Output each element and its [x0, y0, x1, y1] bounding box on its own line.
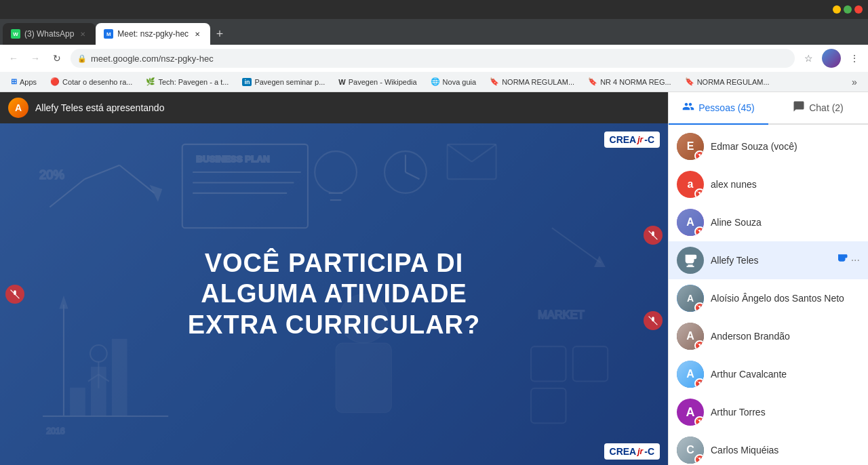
bookmark-tech-label: Tech: Pavegen - a t...	[158, 78, 229, 86]
participant-name-arthur-t: Arthur Torres	[711, 407, 860, 418]
bookmark-nr4[interactable]: 🔖 NR 4 NORMA REG...	[583, 76, 677, 87]
avatar-arthur-c: A	[677, 361, 704, 388]
tab-meet-label: Meet: nsz-pgky-hec	[117, 29, 189, 39]
bookmark-pavegen-ln-label: Pavegen seminar p...	[254, 78, 325, 86]
video-area: A Allefy Teles está apresentando 20%	[0, 92, 668, 465]
bookmark-norma1[interactable]: 🔖 NORMA REGULAM...	[484, 76, 580, 87]
mute-badge-arthur-t	[694, 416, 704, 426]
tab-people-label: Pessoas (45)	[698, 102, 754, 113]
participants-list: E Edmar Souza (você) a alex nunes	[669, 125, 868, 465]
sidebar-tabs: Pessoas (45) Chat (2)	[669, 92, 868, 125]
avatar-edmar: E	[677, 133, 704, 160]
slide-text-line1: VOCÊ PARTICIPA DI	[188, 248, 480, 279]
bookmark-wiki-label: Pavegen - Wikipedia	[349, 78, 417, 86]
address-text: meet.google.com/nsz-pgky-hec	[91, 54, 214, 64]
avatar-carlos: C	[677, 437, 704, 464]
menu-button[interactable]: ⋮	[846, 50, 863, 66]
side-mute-indicator-right2	[644, 311, 663, 330]
participant-carlos[interactable]: C Carlos Miquéias	[669, 431, 868, 465]
participant-name-edmar: Edmar Souza (você)	[711, 141, 860, 152]
side-mute-indicator-right1	[644, 226, 663, 245]
profile-button[interactable]	[822, 49, 841, 68]
video-container: 20% BUSINESS PLAN	[0, 123, 668, 465]
bookmark-tech[interactable]: 🌿 Tech: Pavegen - a t...	[140, 76, 234, 87]
video-slide: 20% BUSINESS PLAN	[0, 123, 668, 465]
bookmark-cotar-favicon: 🔴	[50, 77, 60, 86]
address-bar[interactable]: 🔒 meet.google.com/nsz-pgky-hec	[71, 49, 795, 68]
whatsapp-favicon: W	[11, 29, 20, 39]
avatar-anderson: A	[677, 323, 704, 350]
participant-aline[interactable]: A Aline Souza	[669, 203, 868, 241]
close-button[interactable]	[854, 5, 863, 14]
mute-badge-edmar	[694, 150, 704, 160]
tab-whatsapp-label: (3) WhatsApp	[24, 29, 74, 39]
bookmark-cotar-label: Cotar o desenho ra...	[62, 78, 132, 86]
tab-chat[interactable]: Chat (2)	[768, 92, 868, 125]
main-content: A Allefy Teles está apresentando 20%	[0, 92, 868, 465]
bookmarks-bar: ⊞ Apps 🔴 Cotar o desenho ra... 🌿 Tech: P…	[0, 72, 868, 92]
crea-logo-bottom: CREA jr -C	[604, 443, 660, 460]
avatar-alex: a	[677, 171, 704, 198]
presenter-name-label: Allefy Teles está apresentando	[35, 102, 164, 113]
title-bar	[0, 0, 868, 19]
avatar-aline: A	[677, 209, 704, 236]
mute-badge-carlos	[694, 454, 704, 464]
bookmark-pavegen-ln[interactable]: in Pavegen seminar p...	[237, 77, 330, 87]
participant-anderson[interactable]: A Anderson Brandão	[669, 317, 868, 355]
slide-text-line3: EXTRA CURRICULAR?	[188, 310, 480, 341]
bookmark-apps[interactable]: ⊞ Apps	[5, 76, 42, 87]
bookmark-nova-guia[interactable]: 🌐 Nova guia	[425, 76, 482, 87]
slide-text-content: VOCÊ PARTICIPA DI ALGUMA ATIVIDADE EXTRA…	[174, 235, 494, 355]
bookmark-norma2[interactable]: 🔖 NORMA REGULAM...	[679, 76, 775, 87]
svg-rect-44	[688, 264, 692, 266]
participant-allefy[interactable]: Allefy Teles ···	[669, 241, 868, 279]
mute-badge-alex	[694, 188, 704, 198]
bookmarks-more-button[interactable]: »	[846, 74, 863, 90]
tab-whatsapp-close[interactable]: ✕	[78, 29, 87, 39]
bookmark-linkedin-favicon: in	[242, 78, 252, 86]
maximize-button[interactable]	[844, 5, 852, 14]
participant-name-anderson: Anderson Brandão	[711, 331, 860, 342]
bookmark-button[interactable]: ☆	[800, 50, 816, 66]
participant-arthur-t[interactable]: A Arthur Torres	[669, 393, 868, 431]
bookmark-cotar[interactable]: 🔴 Cotar o desenho ra...	[45, 76, 138, 87]
tab-bar: W (3) WhatsApp ✕ M Meet: nsz-pgky-hec ✕ …	[0, 19, 868, 45]
bookmark-norma1-label: NORMA REGULAM...	[502, 78, 574, 86]
tab-meet[interactable]: M Meet: nsz-pgky-hec ✕	[96, 23, 210, 45]
participant-edmar[interactable]: E Edmar Souza (você)	[669, 127, 868, 165]
new-tab-button[interactable]: +	[210, 24, 229, 43]
presenting-icons: ···	[836, 253, 860, 268]
tab-people[interactable]: Pessoas (45)	[669, 92, 768, 125]
avatar-allefy	[677, 247, 704, 274]
browser-chrome: W (3) WhatsApp ✕ M Meet: nsz-pgky-hec ✕ …	[0, 0, 868, 92]
avatar-aloisio: A	[677, 285, 704, 312]
tab-chat-label: Chat (2)	[809, 102, 844, 113]
participant-alex[interactable]: a alex nunes	[669, 165, 868, 203]
crea-logo-top: CREA jr -C	[604, 132, 660, 148]
more-icon-allefy[interactable]: ···	[851, 254, 860, 266]
bookmark-wiki[interactable]: W Pavegen - Wikipedia	[333, 77, 422, 87]
tab-whatsapp[interactable]: W (3) WhatsApp ✕	[3, 23, 96, 45]
bookmark-wiki-favicon: W	[338, 78, 345, 86]
slide-text-line2: ALGUMA ATIVIDADE	[188, 279, 480, 310]
chat-icon	[793, 100, 805, 115]
back-button[interactable]: ←	[5, 50, 22, 66]
participant-aloisio[interactable]: A Aloísio Ângelo dos Santos Neto	[669, 279, 868, 317]
bookmark-nova-label: Nova guia	[443, 78, 477, 86]
svg-rect-45	[687, 266, 694, 267]
participant-arthur-c[interactable]: A Arthur Cavalcante	[669, 355, 868, 393]
mute-badge-aline	[694, 226, 704, 236]
participant-name-arthur-c: Arthur Cavalcante	[711, 369, 860, 380]
minimize-button[interactable]	[833, 5, 841, 14]
forward-button[interactable]: →	[27, 50, 43, 66]
tab-meet-close[interactable]: ✕	[193, 29, 202, 39]
participant-name-alex: alex nunes	[711, 179, 860, 190]
sidebar: Pessoas (45) Chat (2) E	[668, 92, 868, 465]
participant-name-aline: Aline Souza	[711, 217, 860, 228]
reload-button[interactable]: ↻	[49, 50, 65, 66]
participant-name-aloisio: Aloísio Ângelo dos Santos Neto	[711, 293, 860, 304]
presenter-avatar: A	[8, 98, 28, 118]
bookmark-norma2-label: NORMA REGULAM...	[697, 78, 770, 86]
bookmark-tech-favicon: 🌿	[146, 77, 155, 86]
avatar-arthur-t: A	[677, 399, 704, 426]
